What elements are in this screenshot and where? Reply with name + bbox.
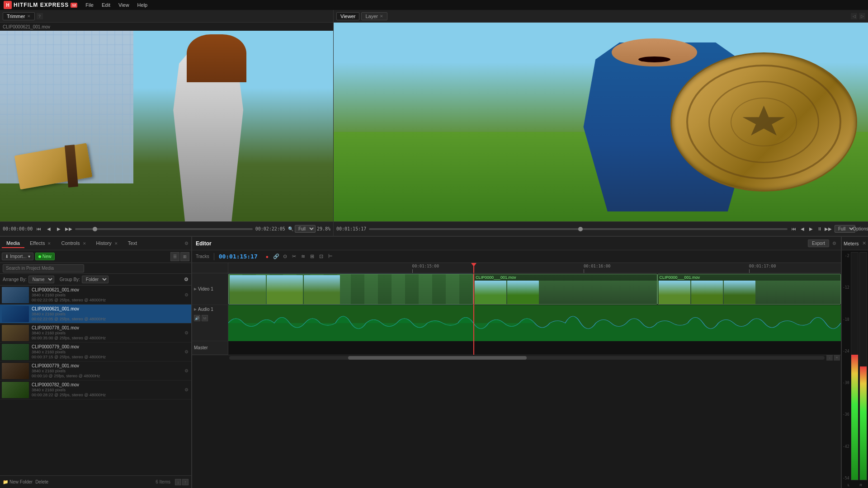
tab-layer[interactable]: Layer ✕ bbox=[361, 12, 387, 20]
trimmer-help-icon[interactable]: ? bbox=[37, 13, 43, 19]
editor-split-icon[interactable]: ✂ bbox=[290, 253, 298, 261]
list-item[interactable]: CLIP0000621_001.mov 3840 x 2160 pixels 0… bbox=[0, 305, 191, 324]
group-by-select[interactable]: Folder None bbox=[82, 276, 108, 283]
zoom-in-btn[interactable]: + bbox=[834, 355, 840, 361]
tab-controls[interactable]: Controls ✕ bbox=[57, 239, 90, 248]
list-item[interactable]: CLIP0000782_000.mov 3840 x 2160 pixels 0… bbox=[0, 380, 191, 399]
grid-view-btn[interactable]: ⊞ bbox=[180, 252, 189, 261]
trimmer-quality-select[interactable]: Full Half bbox=[295, 225, 316, 233]
scrollbar-thumb[interactable] bbox=[348, 356, 527, 360]
video-track-content[interactable]: CLIP0000___001.mov bbox=[228, 273, 841, 305]
media-settings-icon[interactable]: ⚙ bbox=[184, 277, 189, 282]
arrange-by-select[interactable]: Name Date bbox=[28, 276, 54, 283]
arrange-bar: Arrange By: Name Date Group By: Folder N… bbox=[0, 274, 191, 286]
timeline-scrollbar[interactable]: - + bbox=[192, 355, 841, 360]
viewer-skip-start-btn[interactable]: ⏮ bbox=[790, 225, 797, 233]
trimmer-next-frame-btn[interactable]: ▶▶ bbox=[65, 225, 72, 233]
folder-icon: 📁 bbox=[3, 479, 8, 484]
trimmer-skip-start-btn[interactable]: ⏮ bbox=[35, 225, 42, 233]
trimmer-scrubber[interactable] bbox=[75, 228, 252, 230]
zoom-out-btn[interactable]: - bbox=[826, 355, 833, 361]
list-item[interactable]: CLIP0000779_000.mov 3840 x 2160 pixels 0… bbox=[0, 343, 191, 361]
trimmer-prev-frame-btn[interactable]: ◀ bbox=[45, 225, 52, 233]
list-item[interactable]: CLIP0000778_001.mov 3840 x 2160 pixels 0… bbox=[0, 324, 191, 343]
viewer-scrubber-head[interactable] bbox=[578, 227, 583, 231]
viewer-next-frame-btn[interactable]: ▶▶ bbox=[825, 225, 832, 233]
export-button[interactable]: Export bbox=[808, 239, 829, 247]
audio-track-content[interactable] bbox=[228, 305, 841, 341]
effects-tab-close[interactable]: ✕ bbox=[47, 241, 51, 246]
layer-tab-close-icon[interactable]: ✕ bbox=[380, 14, 383, 19]
new-folder-button[interactable]: 📁 New Folder bbox=[3, 479, 33, 484]
horizontal-scrollbar[interactable] bbox=[229, 356, 825, 360]
list-view-btn[interactable]: ☰ bbox=[170, 252, 179, 261]
editor-ripple-icon[interactable]: ≋ bbox=[299, 253, 307, 261]
item-settings-icon[interactable]: ⚙ bbox=[183, 387, 189, 393]
list-item[interactable]: CLIP0000779_001.mov 3840 x 2160 pixels 0… bbox=[0, 361, 191, 380]
viewer-quality-select[interactable]: Full Half bbox=[835, 225, 855, 233]
editor-snap-icon[interactable]: 🔗 bbox=[272, 253, 280, 261]
clip-block-3[interactable]: CLIP0000___001.mov bbox=[657, 274, 841, 305]
editor-magnet-icon[interactable]: ⊙ bbox=[281, 253, 289, 261]
item-settings-icon[interactable]: ⚙ bbox=[183, 292, 189, 298]
audio-speaker-icon[interactable]: 🔊 bbox=[194, 315, 200, 321]
item-settings-icon[interactable]: ⚙ bbox=[183, 368, 189, 374]
viewer-options-btn[interactable]: Options▾ bbox=[858, 225, 865, 233]
audio-waveform-svg bbox=[228, 305, 841, 341]
menu-file[interactable]: File bbox=[82, 1, 97, 9]
menu-help[interactable]: Help bbox=[134, 1, 151, 9]
tab-history[interactable]: History ✕ bbox=[92, 239, 123, 248]
editor-slide-icon[interactable]: ⊢ bbox=[326, 253, 335, 261]
viewer-pause-btn[interactable]: ⏸ bbox=[816, 225, 823, 233]
editor-panel-settings-icon[interactable]: ⚙ bbox=[831, 240, 837, 247]
tab-trimmer[interactable]: Trimmer ✕ bbox=[3, 12, 35, 20]
tab-media[interactable]: Media bbox=[2, 239, 24, 248]
tab-viewer[interactable]: Viewer bbox=[336, 12, 359, 20]
clip-block-2[interactable]: CLIP0000___001.mov bbox=[473, 274, 657, 305]
playhead-arrow bbox=[471, 263, 476, 267]
new-button[interactable]: New bbox=[35, 253, 55, 260]
trimmer-scrubber-head[interactable] bbox=[93, 227, 97, 231]
track-expand-icon[interactable]: ▶ bbox=[194, 287, 197, 291]
timeline-up-icon[interactable]: ↑ bbox=[182, 479, 189, 485]
media-name: CLIP0000779_001.mov bbox=[32, 363, 180, 368]
viewer-scrubber[interactable] bbox=[369, 228, 788, 230]
meter-scale-neg30: -30 bbox=[843, 381, 849, 385]
history-tab-close[interactable]: ✕ bbox=[114, 241, 118, 246]
trimmer-play-btn[interactable]: ▶ bbox=[55, 225, 62, 233]
search-input[interactable] bbox=[3, 264, 84, 272]
timeline-down-icon[interactable]: ↓ bbox=[175, 479, 181, 485]
editor-record-icon[interactable]: ● bbox=[263, 253, 271, 261]
media-meta2: 00:02:22:05 @ 25fps, stereo @ 48000Hz bbox=[32, 317, 189, 321]
media-thumb bbox=[2, 382, 29, 398]
tab-effects[interactable]: Effects ✕ bbox=[25, 239, 56, 248]
meters-panel: Meters ✕ -2 -12 -18 -24 -30 -36 -42 -54 bbox=[841, 237, 868, 488]
media-meta1: 3840 x 2160 pixels bbox=[32, 350, 180, 354]
audio-track-expand-icon[interactable]: ▶ bbox=[194, 307, 197, 311]
meter-bar-left bbox=[851, 252, 859, 480]
meter-scale-neg36: -36 bbox=[843, 413, 849, 417]
viewer-triangle-left-icon[interactable]: ◁ bbox=[851, 13, 857, 19]
viewer-triangle-right-icon[interactable]: ▷ bbox=[859, 13, 865, 19]
viewer-prev-frame-btn[interactable]: ◀ bbox=[799, 225, 806, 233]
editor-slip-icon[interactable]: ⊡ bbox=[317, 253, 326, 261]
import-button[interactable]: ⬇ Import... ▾ bbox=[2, 253, 33, 260]
item-settings-icon[interactable]: ⚙ bbox=[183, 349, 189, 355]
video-track-header: ▶ Video 1 bbox=[192, 273, 228, 305]
editor-roll-icon[interactable]: ⊞ bbox=[308, 253, 316, 261]
audio-mute-icon[interactable]: M bbox=[202, 315, 208, 321]
list-item[interactable]: CLIP0000621_001.mov 3840 x 2160 pixels 0… bbox=[0, 286, 191, 305]
panel-settings-icon[interactable]: ⚙ bbox=[183, 240, 189, 247]
trimmer-close-icon[interactable]: ✕ bbox=[27, 14, 31, 19]
tab-text[interactable]: Text bbox=[123, 239, 142, 248]
menu-edit[interactable]: Edit bbox=[98, 1, 114, 9]
meters-close-btn[interactable]: ✕ bbox=[862, 240, 866, 246]
clip-block-1[interactable] bbox=[228, 274, 473, 305]
item-settings-icon[interactable]: ⚙ bbox=[183, 330, 189, 336]
controls-tab-close[interactable]: ✕ bbox=[83, 241, 86, 246]
viewer-play-btn[interactable]: ▶ bbox=[807, 225, 815, 233]
delete-button[interactable]: Delete bbox=[35, 479, 48, 484]
menu-view[interactable]: View bbox=[115, 1, 133, 9]
media-thumb bbox=[2, 325, 29, 341]
meter-label-l: L bbox=[848, 483, 849, 487]
